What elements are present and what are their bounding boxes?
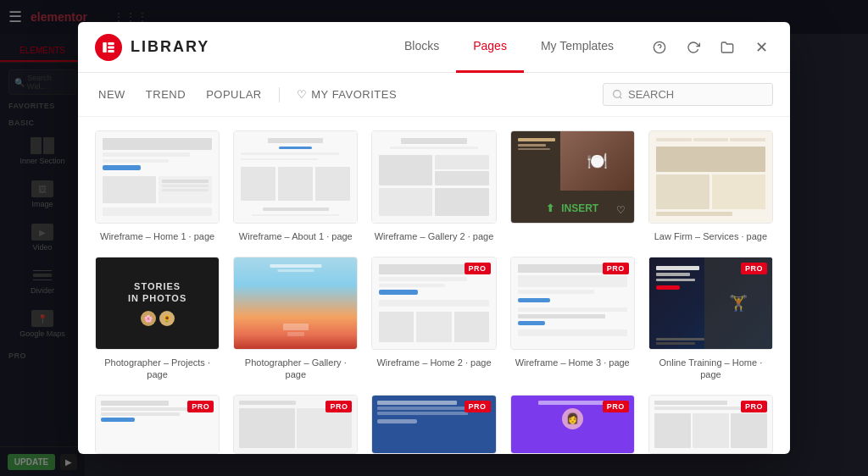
template-card-11[interactable]: PRO: [95, 395, 220, 454]
tab-pages[interactable]: Pages: [456, 22, 524, 73]
template-name-6: Photographer – Projects · page: [95, 357, 220, 381]
help-button[interactable]: [648, 36, 671, 59]
template-thumb-6[interactable]: STORIESIN PHOTOS 🌸 🌻: [95, 257, 220, 350]
pro-badge-12: PRO: [326, 401, 352, 412]
tab-blocks[interactable]: Blocks: [387, 22, 456, 73]
template-name-2: Wireframe – About 1 · page: [233, 230, 358, 242]
template-card-4[interactable]: 🍽️ ⬆ INSERT ♡: [510, 130, 635, 243]
template-thumb-2[interactable]: [233, 130, 358, 224]
filter-bar: NEW TREND POPULAR ♡ MY FAVORITES: [78, 73, 790, 117]
library-modal: LIBRARY Blocks Pages My Templates: [78, 22, 790, 454]
template-card-14[interactable]: 👩 PRO: [510, 395, 635, 454]
svg-point-6: [614, 91, 621, 98]
template-thumb-10[interactable]: 🏋️: [648, 257, 773, 350]
template-thumb-4[interactable]: 🍽️ ⬆ INSERT ♡: [510, 130, 635, 224]
template-name-10: Online Training – Home · page: [648, 357, 773, 381]
favorite-heart-4[interactable]: ♡: [616, 204, 626, 216]
filter-new[interactable]: NEW: [95, 86, 129, 103]
search-icon: [612, 89, 623, 100]
help-icon: [653, 41, 666, 54]
filter-popular[interactable]: POPULAR: [203, 86, 265, 103]
template-thumb-7[interactable]: [233, 257, 358, 350]
refresh-button[interactable]: [682, 36, 705, 59]
insert-label: INSERT: [561, 202, 598, 214]
search-input[interactable]: [628, 88, 764, 101]
filter-trend[interactable]: TREND: [142, 86, 189, 103]
pro-badge-13: PRO: [465, 401, 491, 412]
modal-header-actions: ✕: [648, 36, 773, 59]
template-thumb-14[interactable]: 👩 PRO: [510, 395, 635, 454]
template-thumb-3[interactable]: [371, 130, 496, 224]
template-name-1: Wireframe – Home 1 · page: [95, 230, 220, 242]
template-card-15[interactable]: PRO: [648, 395, 773, 454]
svg-line-7: [620, 97, 621, 98]
pro-badge-11: PRO: [187, 401, 214, 412]
pro-badge-14: PRO: [603, 401, 629, 412]
template-thumb-1[interactable]: [95, 130, 220, 224]
filter-favorites[interactable]: ♡ MY FAVORITES: [293, 86, 400, 103]
template-card-13[interactable]: PRO: [371, 395, 496, 454]
template-name-3: Wireframe – Gallery 2 · page: [371, 230, 496, 242]
filter-divider: [279, 87, 280, 102]
template-card-6[interactable]: STORIESIN PHOTOS 🌸 🌻 Photographer – Proj…: [95, 257, 220, 381]
template-grid-container[interactable]: Wireframe – Home 1 · page: [78, 117, 790, 454]
template-card-10[interactable]: 🏋️: [648, 257, 773, 381]
folder-button[interactable]: [715, 36, 739, 59]
refresh-icon: [687, 41, 700, 54]
template-name-9: Wireframe – Home 3 · page: [510, 357, 635, 368]
modal-title: LIBRARY: [131, 38, 209, 56]
tab-my-templates[interactable]: My Templates: [524, 22, 631, 73]
favorites-label: MY FAVORITES: [311, 88, 397, 101]
template-thumb-11[interactable]: PRO: [95, 395, 220, 454]
svg-rect-3: [108, 50, 114, 53]
modal-tabs: Blocks Pages My Templates: [387, 22, 631, 73]
template-name-8: Wireframe – Home 2 · page: [371, 357, 496, 368]
insert-icon: ⬆: [546, 202, 554, 214]
search-box[interactable]: [603, 83, 773, 106]
pro-badge-15: PRO: [741, 401, 767, 412]
elementor-icon: [101, 40, 116, 55]
template-name-4: [510, 230, 635, 242]
template-name-5: Law Firm – Services · page: [648, 230, 773, 242]
template-grid: Wireframe – Home 1 · page: [95, 130, 773, 454]
template-thumb-5[interactable]: [648, 130, 773, 224]
template-card-8[interactable]: PRO Wireframe – Home 2 · page: [371, 257, 496, 381]
template-thumb-8[interactable]: PRO: [371, 257, 496, 350]
template-thumb-15[interactable]: PRO: [648, 395, 773, 454]
folder-icon: [721, 41, 734, 54]
template-thumb-9[interactable]: PRO: [510, 257, 635, 350]
template-card-7[interactable]: Photographer – Gallery · page: [233, 257, 358, 381]
svg-rect-0: [103, 42, 107, 53]
elementor-logo-badge: [95, 34, 122, 61]
heart-icon: ♡: [297, 88, 308, 101]
template-card-3[interactable]: Wireframe – Gallery 2 · page: [371, 130, 496, 243]
template-card-9[interactable]: PRO Wireframe – Home 3 · page: [510, 257, 635, 381]
svg-rect-1: [108, 42, 114, 45]
modal-overlay: LIBRARY Blocks Pages My Templates: [0, 0, 868, 476]
template-card-1[interactable]: Wireframe – Home 1 · page: [95, 130, 220, 243]
template-card-12[interactable]: PRO: [233, 395, 358, 454]
close-button[interactable]: ✕: [749, 36, 773, 59]
svg-rect-2: [108, 46, 114, 48]
template-card-5[interactable]: Law Firm – Services · page: [648, 130, 773, 243]
template-thumb-12[interactable]: PRO: [233, 395, 358, 454]
template-name-7: Photographer – Gallery · page: [233, 357, 358, 381]
template-card-2[interactable]: Wireframe – About 1 · page: [233, 130, 358, 243]
template-thumb-13[interactable]: PRO: [371, 395, 496, 454]
modal-header: LIBRARY Blocks Pages My Templates: [78, 22, 790, 73]
